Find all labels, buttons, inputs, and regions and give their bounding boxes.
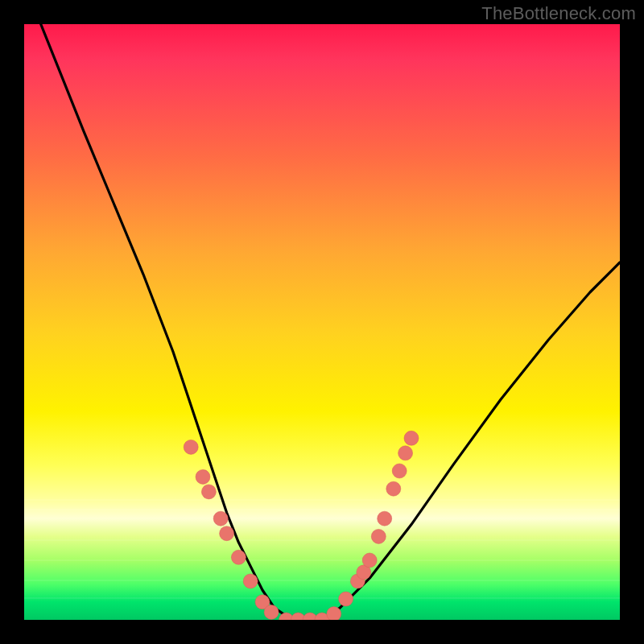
curve-svg [24, 24, 620, 620]
curve-group [36, 24, 620, 620]
bottleneck-curve [36, 24, 620, 620]
data-marker [362, 553, 377, 568]
plot-area [24, 24, 620, 620]
chart-frame: TheBottleneck.com [0, 0, 644, 644]
watermark-text: TheBottleneck.com [481, 3, 636, 24]
data-marker [327, 607, 341, 620]
marker-group [184, 431, 419, 620]
data-marker [220, 526, 234, 541]
data-marker [404, 431, 419, 445]
data-marker [243, 574, 258, 588]
data-marker [196, 469, 210, 484]
data-marker [201, 485, 216, 499]
data-marker [339, 592, 353, 606]
data-marker [231, 550, 246, 564]
data-marker [213, 511, 228, 526]
data-marker [378, 511, 392, 526]
data-marker [184, 440, 198, 454]
data-marker [264, 605, 279, 619]
data-marker [398, 446, 413, 460]
data-marker [371, 529, 386, 543]
data-marker [392, 464, 407, 478]
data-marker [386, 481, 401, 496]
